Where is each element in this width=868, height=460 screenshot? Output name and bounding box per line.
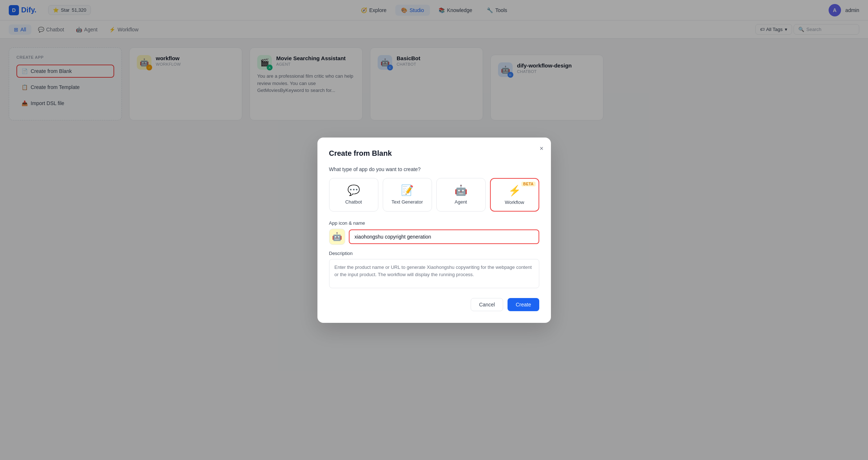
modal-overlay[interactable]: Create from Blank × What type of app do … (0, 0, 868, 129)
